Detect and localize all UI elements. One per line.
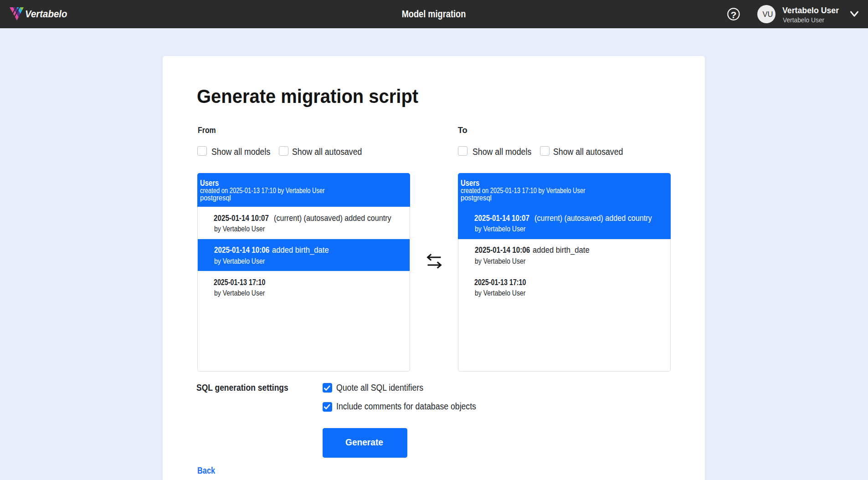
- svg-text:?: ?: [731, 10, 737, 20]
